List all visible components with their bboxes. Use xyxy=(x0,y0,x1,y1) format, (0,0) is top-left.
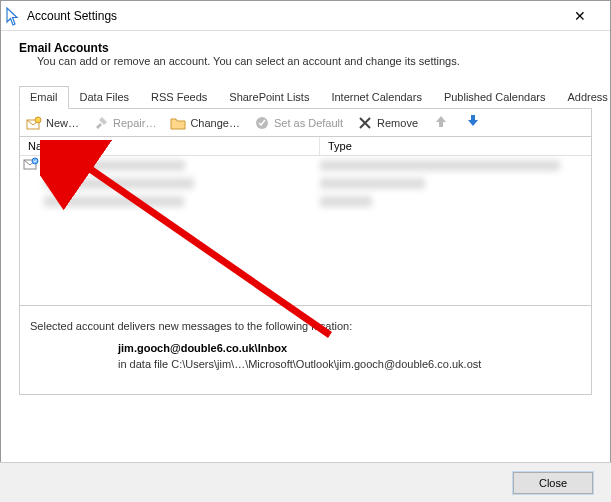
new-button[interactable]: New… xyxy=(26,115,79,131)
repair-icon xyxy=(93,115,109,131)
new-mail-icon xyxy=(26,115,42,131)
close-icon: ✕ xyxy=(574,8,586,24)
tab-published-calendars[interactable]: Published Calendars xyxy=(433,86,557,109)
default-account-icon xyxy=(23,157,41,173)
set-default-button[interactable]: Set as Default xyxy=(254,115,343,131)
account-name-redacted xyxy=(44,196,184,207)
delivery-intro: Selected account delivers new messages t… xyxy=(30,320,581,332)
delivery-datafile: in data file C:\Users\jim\…\Microsoft\Ou… xyxy=(118,358,581,370)
content-area: Email Accounts You can add or remove an … xyxy=(1,31,610,395)
account-type-redacted xyxy=(320,196,372,207)
tab-email[interactable]: Email xyxy=(19,86,69,109)
arrow-down-icon xyxy=(466,117,480,131)
tab-bar: Email Data Files RSS Feeds SharePoint Li… xyxy=(19,85,592,109)
change-folder-icon xyxy=(170,115,186,131)
tab-data-files[interactable]: Data Files xyxy=(69,86,141,109)
delivery-mailbox: jim.gooch@double6.co.uk\Inbox xyxy=(118,342,581,354)
account-type-redacted xyxy=(320,178,425,189)
account-list: Name Type xyxy=(19,136,592,306)
checkmark-icon xyxy=(254,115,270,131)
list-header: Name Type xyxy=(20,137,591,156)
close-button[interactable]: Close xyxy=(513,472,593,494)
repair-button-label: Repair… xyxy=(113,117,156,129)
account-row[interactable] xyxy=(20,174,591,192)
account-type-redacted xyxy=(320,160,560,171)
remove-button-label: Remove xyxy=(377,117,418,129)
remove-button[interactable]: Remove xyxy=(357,115,418,131)
column-header-type[interactable]: Type xyxy=(320,137,591,155)
account-name-redacted xyxy=(45,160,185,171)
dialog-footer: Close xyxy=(0,462,611,502)
move-down-button[interactable] xyxy=(464,114,482,131)
delivery-panel: Selected account delivers new messages t… xyxy=(19,306,592,395)
window-close-button[interactable]: ✕ xyxy=(558,2,602,30)
page-subheading: You can add or remove an account. You ca… xyxy=(37,55,592,67)
new-button-label: New… xyxy=(46,117,79,129)
page-heading: Email Accounts xyxy=(19,41,592,55)
account-name-redacted xyxy=(44,178,194,189)
account-row[interactable] xyxy=(20,192,591,210)
tab-address-books[interactable]: Address Books xyxy=(556,86,611,109)
tab-rss-feeds[interactable]: RSS Feeds xyxy=(140,86,218,109)
toolbar: New… Repair… Change… Set as Default Remo… xyxy=(19,109,592,136)
mouse-cursor-icon xyxy=(5,7,21,30)
close-button-label: Close xyxy=(539,477,567,489)
remove-x-icon xyxy=(357,115,373,131)
set-default-button-label: Set as Default xyxy=(274,117,343,129)
column-header-name[interactable]: Name xyxy=(20,137,320,155)
title-bar: Account Settings ✕ xyxy=(1,1,610,31)
window-title: Account Settings xyxy=(27,9,117,23)
arrow-up-icon xyxy=(434,117,448,131)
tab-sharepoint-lists[interactable]: SharePoint Lists xyxy=(218,86,320,109)
move-up-button[interactable] xyxy=(432,114,450,131)
tab-internet-calendars[interactable]: Internet Calendars xyxy=(320,86,433,109)
change-button[interactable]: Change… xyxy=(170,115,240,131)
svg-point-1 xyxy=(35,117,41,123)
change-button-label: Change… xyxy=(190,117,240,129)
account-row[interactable] xyxy=(20,156,591,174)
repair-button[interactable]: Repair… xyxy=(93,115,156,131)
